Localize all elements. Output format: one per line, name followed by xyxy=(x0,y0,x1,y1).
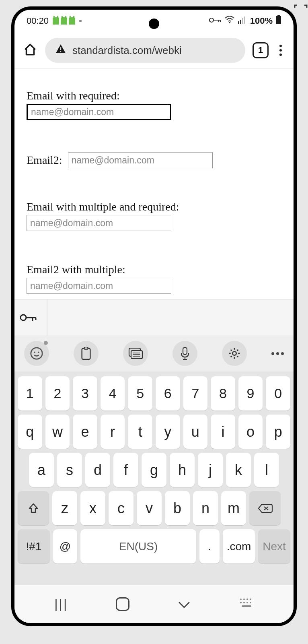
svg-point-0 xyxy=(209,18,214,22)
key-f[interactable]: f xyxy=(113,453,138,487)
email-required-input[interactable] xyxy=(27,104,171,120)
key-g[interactable]: g xyxy=(142,453,166,487)
tab-count-label: 1 xyxy=(258,45,263,56)
email-multiple-required-input[interactable] xyxy=(27,215,171,231)
key-s[interactable]: s xyxy=(57,453,82,487)
key-m[interactable]: m xyxy=(221,491,246,525)
page-content[interactable]: Email with required: Email2: Email with … xyxy=(14,81,294,294)
key-n[interactable]: n xyxy=(193,491,218,525)
back-button[interactable] xyxy=(177,596,191,613)
battery-icon xyxy=(276,15,281,27)
key-b[interactable]: b xyxy=(165,491,190,525)
key-8[interactable]: 8 xyxy=(211,376,235,411)
svg-rect-14 xyxy=(82,348,90,359)
email2-multiple-input[interactable] xyxy=(27,278,171,294)
key-v[interactable]: v xyxy=(137,491,162,525)
key-z[interactable]: z xyxy=(52,491,77,525)
key-1[interactable]: 1 xyxy=(18,376,42,411)
svg-point-23 xyxy=(250,599,251,600)
signal-icon xyxy=(238,16,247,26)
key-d[interactable]: d xyxy=(85,453,110,487)
email-multiple-required-label: Email with multiple and required: xyxy=(27,200,281,213)
svg-point-25 xyxy=(243,602,245,603)
key-o[interactable]: o xyxy=(238,415,263,449)
key-6[interactable]: 6 xyxy=(156,376,180,411)
svg-point-11 xyxy=(31,348,42,359)
dotcom-key[interactable]: .com xyxy=(223,529,255,564)
keyboard-toolbar xyxy=(14,335,294,372)
key-0[interactable]: 0 xyxy=(266,376,290,411)
key-l[interactable]: l xyxy=(254,453,279,487)
key-3[interactable]: 3 xyxy=(73,376,97,411)
clock: 00:20 xyxy=(27,16,49,26)
toolbar-more-icon[interactable] xyxy=(271,352,284,355)
notification-dot-icon xyxy=(79,20,82,22)
android-icon xyxy=(53,17,59,25)
password-key-icon[interactable] xyxy=(18,308,39,327)
tab-switcher-button[interactable]: 1 xyxy=(253,42,269,58)
key-h[interactable]: h xyxy=(170,453,195,487)
key-a[interactable]: a xyxy=(29,453,54,487)
key-c[interactable]: c xyxy=(109,491,133,525)
key-u[interactable]: u xyxy=(183,415,208,449)
key-x[interactable]: x xyxy=(80,491,105,525)
key-w[interactable]: w xyxy=(45,415,70,449)
key-i[interactable]: i xyxy=(211,415,235,449)
email2-input[interactable] xyxy=(68,152,213,168)
svg-point-20 xyxy=(240,599,242,600)
backspace-key[interactable] xyxy=(249,491,281,525)
vpn-key-icon xyxy=(209,16,221,26)
keyboard-row-zxcv: z x c v b n m xyxy=(18,491,290,525)
settings-gear-icon[interactable] xyxy=(222,341,247,366)
key-y[interactable]: y xyxy=(156,415,180,449)
key-k[interactable]: k xyxy=(226,453,251,487)
key-4[interactable]: 4 xyxy=(101,376,125,411)
soft-keyboard: 1 2 3 4 5 6 7 8 9 0 q w e r t y u i o xyxy=(14,372,294,585)
svg-rect-3 xyxy=(240,20,241,24)
insecure-warning-icon xyxy=(55,43,66,58)
key-r[interactable]: r xyxy=(101,415,125,449)
svg-rect-15 xyxy=(84,347,88,349)
at-key[interactable]: @ xyxy=(53,529,77,564)
period-key[interactable]: . xyxy=(199,529,220,564)
crop-corner-icon xyxy=(294,4,308,19)
key-7[interactable]: 7 xyxy=(183,376,208,411)
key-9[interactable]: 9 xyxy=(238,376,263,411)
phone-frame: 00:20 100% xyxy=(11,6,297,626)
svg-point-1 xyxy=(229,22,230,23)
svg-rect-9 xyxy=(60,51,61,52)
key-2[interactable]: 2 xyxy=(45,376,70,411)
home-button[interactable] xyxy=(116,597,129,611)
key-q[interactable]: q xyxy=(18,415,42,449)
email2-label: Email2: xyxy=(27,154,62,167)
keyboard-layout-icon[interactable] xyxy=(123,341,148,366)
key-t[interactable]: t xyxy=(128,415,152,449)
browser-toolbar: standardista.com/webki 1 xyxy=(14,32,294,68)
divider xyxy=(14,68,294,69)
key-5[interactable]: 5 xyxy=(128,376,152,411)
svg-rect-4 xyxy=(242,18,243,24)
next-key[interactable]: Next xyxy=(258,529,290,564)
overflow-menu-icon[interactable] xyxy=(276,45,285,56)
email2-multiple-label: Email2 with multiple: xyxy=(27,263,281,276)
keyboard-row-asdf: a s d f g h j k l xyxy=(18,453,290,487)
svg-rect-7 xyxy=(276,16,281,24)
keyboard-switcher-icon[interactable] xyxy=(239,598,254,610)
key-e[interactable]: e xyxy=(73,415,97,449)
spacebar-key[interactable]: EN(US) xyxy=(80,529,196,564)
url-bar[interactable]: standardista.com/webki xyxy=(45,38,245,63)
home-icon[interactable] xyxy=(23,42,38,59)
android-icon xyxy=(69,17,75,25)
recents-button[interactable]: ||| xyxy=(54,597,68,611)
svg-point-22 xyxy=(246,599,248,600)
key-j[interactable]: j xyxy=(198,453,223,487)
camera-punch-hole xyxy=(149,19,159,29)
clipboard-icon[interactable] xyxy=(74,341,99,366)
symbols-key[interactable]: !#1 xyxy=(18,529,50,564)
microphone-icon[interactable] xyxy=(172,341,197,366)
shift-key[interactable] xyxy=(18,491,49,525)
navigation-bar: ||| xyxy=(14,585,294,623)
emoji-icon[interactable] xyxy=(24,341,49,366)
key-p[interactable]: p xyxy=(266,415,290,449)
keyboard-row-numbers: 1 2 3 4 5 6 7 8 9 0 xyxy=(18,376,290,411)
